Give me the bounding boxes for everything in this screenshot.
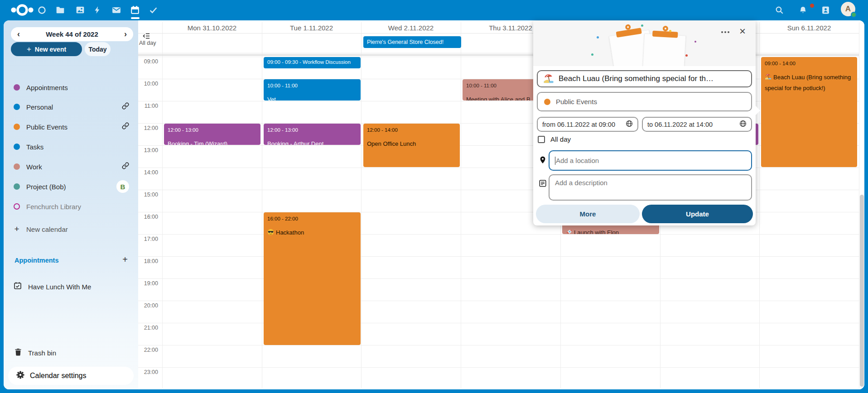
new-calendar-button[interactable]: + New calendar — [7, 220, 135, 238]
photos-icon[interactable] — [72, 2, 88, 18]
hour-label: 13:00 — [138, 147, 158, 153]
share-avatar: B — [116, 180, 129, 193]
calendar-color-dot — [14, 124, 20, 130]
shared-link-icon — [122, 102, 129, 111]
sidebar-item-public-events[interactable]: Public Events — [7, 118, 135, 136]
event-beach-luau[interactable]: 09:00 - 14:00 Beach Luau (Bring somethin… — [761, 57, 857, 167]
calendar-color-dot — [14, 203, 20, 210]
description-input[interactable]: Add a description — [549, 174, 752, 201]
event-open-office-lunch[interactable]: 12:00 - 14:00 Open Office Lunch — [363, 124, 460, 167]
event-editor-popup: × Beach Luau (Bring something special fo… — [533, 21, 756, 225]
hour-label: 15:00 — [138, 192, 158, 198]
dashboard-icon[interactable] — [34, 2, 49, 18]
sidebar-item-tasks[interactable]: Tasks — [7, 138, 135, 156]
event-workflow-discussion[interactable]: 09:00 - 09:30 - Workflow Discussion — [264, 57, 361, 68]
calendar-check-icon — [14, 282, 22, 292]
new-event-button[interactable]: + New event — [11, 42, 82, 56]
notifications-bell-icon[interactable] — [795, 2, 810, 18]
popup-more-actions-icon[interactable] — [719, 26, 732, 38]
calendar-picker[interactable]: Public Events — [537, 92, 752, 111]
event-title-value: Beach Luau (Bring something special for … — [559, 74, 714, 83]
all-day-checkbox[interactable] — [538, 136, 545, 143]
topbar: A — [0, 0, 868, 20]
calendar-color-dot — [14, 183, 20, 190]
hour-label: 21:00 — [138, 325, 158, 331]
sunglasses-emoji-icon — [267, 229, 274, 235]
hour-label: 14:00 — [138, 169, 158, 176]
sidebar-item-work[interactable]: Work — [7, 158, 135, 176]
activity-icon[interactable] — [90, 2, 105, 18]
location-pin-icon — [539, 156, 548, 165]
more-button[interactable]: More — [536, 205, 640, 223]
search-icon[interactable] — [772, 2, 787, 18]
event-hackathon[interactable]: 16:00 - 22:00 Hackathon — [264, 212, 361, 345]
vertical-scrollbar[interactable] — [860, 195, 864, 387]
calendar-settings-button[interactable]: Calendar settings — [8, 367, 134, 385]
day-header-wed: Wed 2.11.2022 — [361, 23, 461, 33]
event-booking-tim[interactable]: 12:00 - 13:00 Booking - Tim (Wizard) — [164, 124, 260, 145]
event-vet[interactable]: 10:00 - 11:00 Vet — [264, 79, 361, 101]
hour-label: 22:00 — [138, 347, 158, 353]
next-week-button[interactable]: › — [119, 27, 132, 41]
day-header-tue: Tue 1.11.2022 — [262, 23, 361, 33]
shared-link-icon — [122, 122, 129, 131]
appointment-item-have-lunch[interactable]: Have Lunch With Me — [7, 278, 141, 295]
update-button[interactable]: Update — [642, 205, 753, 223]
calendar-color-dot — [14, 84, 20, 91]
sidebar-item-fenchurch-library[interactable]: Fenchurch Library — [7, 197, 135, 216]
sidebar-item-personal[interactable]: Personal — [7, 98, 135, 116]
event-pierres-store-closed[interactable]: Pierre's General Store Closed! — [363, 36, 461, 48]
all-day-label: All day — [139, 40, 156, 46]
plus-icon: + — [27, 45, 31, 54]
sidebar-item-project-bob[interactable]: Project (Bob) B — [7, 177, 135, 196]
hour-label: 19:00 — [138, 280, 158, 287]
event-booking-arthur[interactable]: 12:00 - 13:00 Booking - Arthur Dent — [264, 124, 361, 145]
hour-label: 09:00 — [138, 58, 158, 65]
trash-icon — [14, 348, 22, 358]
notification-badge — [810, 4, 814, 8]
calendar-app-icon[interactable] — [127, 2, 143, 18]
calendar-color-dot — [14, 144, 20, 150]
trash-bin-button[interactable]: Trash bin — [7, 345, 142, 361]
online-status-dot — [851, 12, 857, 18]
active-app-indicator — [131, 17, 140, 19]
grid-line — [859, 22, 859, 388]
today-button[interactable]: Today — [85, 42, 111, 56]
timezone-globe-icon[interactable] — [626, 120, 633, 129]
hour-label: 18:00 — [138, 258, 158, 264]
mail-icon[interactable] — [109, 2, 124, 18]
calendar-color-dot — [14, 104, 20, 110]
hour-label: 11:00 — [138, 103, 158, 109]
sidebar-item-appointments[interactable]: Appointments — [7, 78, 135, 96]
end-date-input[interactable]: to 06.11.2022 at 14:00 — [642, 117, 752, 132]
description-icon — [539, 179, 548, 188]
previous-week-button[interactable]: ‹ — [12, 27, 25, 41]
hour-label: 16:00 — [138, 214, 158, 220]
close-icon[interactable]: × — [736, 24, 749, 38]
hour-label: 10:00 — [138, 81, 158, 87]
event-title-input[interactable]: Beach Luau (Bring something special for … — [537, 70, 752, 87]
calendar-picker-value: Public Events — [556, 98, 597, 105]
shared-link-icon — [122, 162, 129, 171]
plus-icon: + — [14, 224, 20, 234]
files-icon[interactable] — [53, 2, 68, 18]
avatar-letter: A — [845, 5, 851, 14]
rocket-emoji-icon — [566, 229, 572, 234]
sidebar: ‹ Week 44 of 2022 › + New event Today Ap… — [4, 20, 138, 389]
location-input[interactable]: Add a location — [549, 150, 752, 171]
timezone-globe-icon[interactable] — [739, 120, 747, 129]
add-appointment-button[interactable]: + — [118, 252, 132, 267]
contacts-icon[interactable] — [818, 2, 833, 18]
week-switcher: ‹ Week 44 of 2022 › — [11, 27, 133, 41]
gear-icon — [16, 371, 24, 381]
hour-label: 23:00 — [138, 369, 158, 375]
start-date-input[interactable]: from 06.11.2022 at 09:00 — [537, 117, 638, 132]
all-day-checkbox-row[interactable]: All day — [538, 135, 571, 143]
tasks-icon[interactable] — [145, 2, 161, 18]
appointments-heading: Appointments — [14, 257, 58, 264]
text-caret — [555, 157, 555, 165]
week-label: Week 44 of 2022 — [46, 30, 98, 38]
nextcloud-logo[interactable] — [8, 2, 36, 18]
hour-label: 17:00 — [138, 236, 158, 242]
day-header-mon: Mon 31.10.2022 — [162, 23, 262, 33]
